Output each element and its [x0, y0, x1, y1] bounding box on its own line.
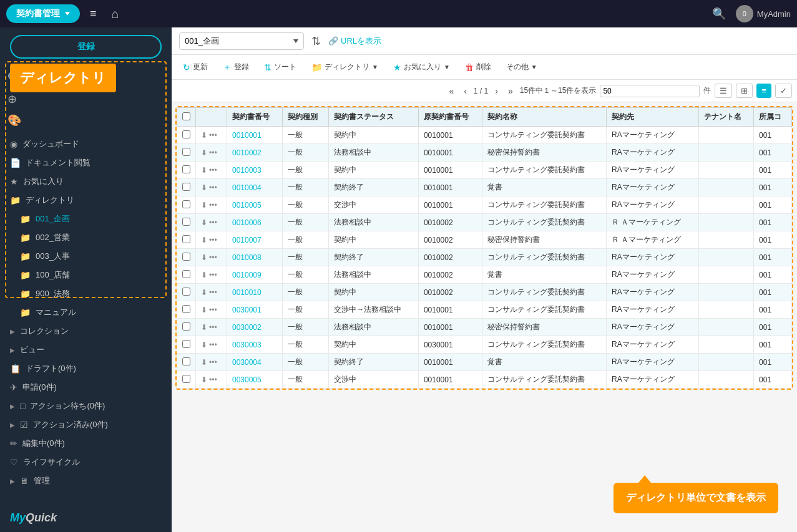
row-checkbox[interactable]	[182, 340, 190, 348]
sidebar-register-button[interactable]: 登録	[10, 35, 162, 59]
sidebar-item-manual[interactable]: 📁 マニュアル	[0, 303, 172, 322]
row-checkbox[interactable]	[182, 165, 190, 173]
row-more-btn[interactable]: •••	[209, 148, 217, 157]
row-checkbox[interactable]	[182, 183, 190, 191]
row-checkbox[interactable]	[182, 218, 190, 226]
next-page-btn[interactable]: ›	[492, 85, 501, 97]
sidebar-item-action-done[interactable]: ▶ ☑ アクション済み(0件)	[0, 415, 172, 434]
row-more-btn[interactable]: •••	[209, 341, 217, 349]
row-download-btn[interactable]: ⬇	[201, 375, 207, 384]
contract-number-link[interactable]: 0030004	[232, 358, 262, 367]
contract-number-link[interactable]: 0030005	[232, 375, 262, 384]
sidebar-item-directory[interactable]: 📁 ディレクトリ	[0, 191, 172, 210]
register-button[interactable]: ＋ 登録	[217, 59, 255, 76]
row-more-btn[interactable]: •••	[209, 183, 217, 192]
contract-number-link[interactable]: 0010008	[232, 253, 262, 262]
sidebar-item-003-jinji[interactable]: 📁 003_人事	[0, 247, 172, 266]
palette-icon[interactable]: 🎨	[5, 111, 167, 130]
row-checkbox[interactable]	[182, 305, 190, 313]
search-icon[interactable]: 🔍	[707, 4, 731, 23]
sidebar-item-draft[interactable]: 📋 ドラフト(0件)	[0, 359, 172, 378]
sidebar-item-002-eigyo[interactable]: 📁 002_営業	[0, 228, 172, 247]
contract-number-link[interactable]: 0010004	[232, 183, 262, 192]
row-download-btn[interactable]: ⬇	[201, 341, 207, 349]
row-more-btn[interactable]: •••	[209, 236, 217, 244]
search-sidebar-icon[interactable]: 🔍	[5, 69, 167, 87]
detail-view-btn[interactable]: ≡	[756, 84, 771, 98]
folder-selector[interactable]: 001_企画	[179, 32, 304, 50]
sidebar-item-lifecycle[interactable]: ♡ ライフサイクル	[0, 453, 172, 472]
row-download-btn[interactable]: ⬇	[201, 358, 207, 367]
other-button[interactable]: その他 ▼	[500, 59, 544, 75]
app-title-btn[interactable]: 契約書管理	[6, 4, 80, 23]
page-size-input[interactable]	[600, 85, 700, 97]
sidebar-item-action-waiting[interactable]: ▶ □ アクション待ち(0件)	[0, 397, 172, 415]
refresh-button[interactable]: ↻ 更新	[177, 59, 214, 75]
row-download-btn[interactable]: ⬇	[201, 253, 207, 262]
row-checkbox[interactable]	[182, 253, 190, 261]
contract-number-link[interactable]: 0030003	[232, 341, 262, 349]
select-all-checkbox[interactable]	[182, 112, 190, 120]
row-checkbox[interactable]	[182, 288, 190, 296]
row-checkbox[interactable]	[182, 375, 190, 383]
sidebar-item-admin[interactable]: ▶ 🖥 管理	[0, 472, 172, 490]
favorite-button[interactable]: ★ お気に入り ▼	[387, 59, 456, 75]
first-page-btn[interactable]: «	[446, 85, 457, 97]
sidebar-item-900-homu[interactable]: 📁 900_法務	[0, 284, 172, 303]
directory-button[interactable]: 📁 ディレクトリ ▼	[305, 59, 384, 75]
row-more-btn[interactable]: •••	[209, 271, 217, 279]
row-checkbox[interactable]	[182, 270, 190, 278]
sidebar-item-favorites[interactable]: ★ お気に入り	[0, 172, 172, 191]
row-download-btn[interactable]: ⬇	[201, 201, 207, 210]
row-checkbox[interactable]	[182, 235, 190, 243]
row-more-btn[interactable]: •••	[209, 323, 217, 332]
row-more-btn[interactable]: •••	[209, 288, 217, 297]
sidebar-item-view[interactable]: ▶ ビュー	[0, 341, 172, 359]
contract-number-link[interactable]: 0010007	[232, 236, 262, 244]
contract-number-link[interactable]: 0010003	[232, 166, 262, 175]
row-checkbox[interactable]	[182, 148, 190, 156]
contract-number-link[interactable]: 0010010	[232, 288, 262, 297]
row-more-btn[interactable]: •••	[209, 201, 217, 210]
row-download-btn[interactable]: ⬇	[201, 218, 207, 227]
zoom-icon[interactable]: ⊕	[5, 90, 167, 109]
check-view-btn[interactable]: ✓	[775, 84, 792, 98]
url-display-btn[interactable]: 🔗 URLを表示	[328, 36, 381, 47]
menu-icon[interactable]: ≡	[85, 5, 102, 23]
user-menu[interactable]: 0 MyAdmin	[736, 5, 791, 22]
contract-number-link[interactable]: 0030002	[232, 323, 262, 332]
contract-number-link[interactable]: 0010005	[232, 201, 262, 210]
row-more-btn[interactable]: •••	[209, 358, 217, 367]
sidebar-item-editing[interactable]: ✏ 編集中(0件)	[0, 434, 172, 453]
contract-number-link[interactable]: 0010001	[232, 131, 262, 140]
contract-number-link[interactable]: 0010006	[232, 218, 262, 227]
sidebar-item-document-browse[interactable]: 📄 ドキュメント閲覧	[0, 153, 172, 172]
prev-page-btn[interactable]: ‹	[461, 85, 470, 97]
row-download-btn[interactable]: ⬇	[201, 148, 207, 157]
row-more-btn[interactable]: •••	[209, 375, 217, 384]
sort-button[interactable]: ⇅ ソート	[258, 59, 303, 75]
row-more-btn[interactable]: •••	[209, 253, 217, 262]
sidebar-item-001-kikaku[interactable]: 📁 001_企画	[0, 210, 172, 228]
contract-number-link[interactable]: 0010009	[232, 271, 262, 279]
last-page-btn[interactable]: »	[505, 85, 516, 97]
home-icon[interactable]: ⌂	[107, 4, 124, 24]
row-more-btn[interactable]: •••	[209, 166, 217, 175]
delete-button[interactable]: 🗑 削除	[459, 59, 497, 75]
row-download-btn[interactable]: ⬇	[201, 166, 207, 175]
row-download-btn[interactable]: ⬇	[201, 323, 207, 332]
row-more-btn[interactable]: •••	[209, 306, 217, 314]
sidebar-item-dashboard[interactable]: ◉ ダッシュボード	[0, 135, 172, 153]
sort-direction-btn[interactable]: ⇅	[309, 32, 323, 51]
row-checkbox[interactable]	[182, 322, 190, 331]
row-checkbox[interactable]	[182, 130, 190, 138]
row-more-btn[interactable]: •••	[209, 218, 217, 227]
row-download-btn[interactable]: ⬇	[201, 288, 207, 297]
grid-view-btn[interactable]: ⊞	[736, 84, 753, 98]
row-download-btn[interactable]: ⬇	[201, 183, 207, 192]
row-download-btn[interactable]: ⬇	[201, 131, 207, 140]
list-view-btn[interactable]: ☰	[715, 84, 732, 98]
contract-number-link[interactable]: 0030001	[232, 306, 262, 314]
row-download-btn[interactable]: ⬇	[201, 236, 207, 244]
row-download-btn[interactable]: ⬇	[201, 306, 207, 314]
